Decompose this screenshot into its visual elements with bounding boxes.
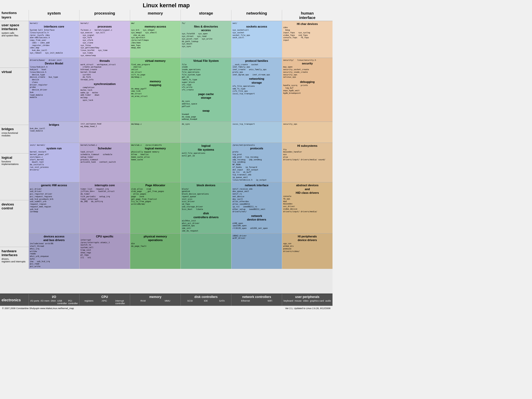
cell-userspace-storage: fs/ files & directoriesaccess sys_fstat6…	[181, 21, 231, 58]
col-header-processing: processing	[79, 10, 130, 21]
elec-cell-io: I/O I/O ports I/O mem DMA USBcontroller …	[29, 294, 79, 306]
elec-cell-network: network controllers Ethernet WiFi	[231, 294, 282, 306]
elec-mmu: MMU	[165, 300, 170, 302]
elec-video: video	[303, 300, 309, 302]
elec-audio: audio	[325, 300, 331, 302]
cell-logical-system: init/ kernel/ system run kernel_restart …	[29, 143, 79, 182]
row-hardware: devices accessand bus drivers include/as…	[29, 233, 332, 269]
elec-wifi: WiFi	[268, 300, 272, 302]
cols-area: kernel/ interfaces core System Call Inte…	[29, 21, 332, 294]
elec-interrupt-controller: interruptcontroller	[115, 300, 125, 305]
cell-bridges-hi: security_ops	[282, 122, 332, 143]
footer-version: Ver 2.1, Updated to Linux 2.6.26, 9/12/2…	[285, 307, 330, 310]
col-header-system: system	[29, 10, 79, 21]
elec-registers: registers	[84, 300, 94, 305]
cell-hardware-memory: physical memoryoperations die do_page_fa…	[130, 234, 181, 269]
elec-mouse: mouse	[295, 300, 302, 302]
col-header-networking: networking	[231, 10, 282, 21]
layer-virtual: virtual	[0, 68, 29, 125]
layer-devices: devicescontrol	[0, 200, 29, 247]
cell-bridges-system: bridges kvm_dev_ioctl load_module	[29, 122, 79, 143]
electronics-label: electronics	[0, 294, 29, 306]
cell-virtual-memory: virtual memory find_vma_prepare vmalloc …	[130, 58, 181, 122]
main-container: Linux kernel map functionslayers system …	[0, 0, 332, 311]
cell-devices-memory: Page Allocator slob_alloc slab slob_page…	[130, 182, 181, 233]
row-virtual: drivers/base/ driver_init Device Model l…	[29, 58, 332, 122]
elec-io-mem: I/O mem	[41, 300, 50, 305]
elec-dma: DMA	[51, 300, 56, 305]
cell-devices-networking: network interface netif_receive_skb dev_…	[231, 182, 282, 233]
cell-devices-processing: interrupts core timer_list request_irq j…	[79, 182, 130, 233]
elec-graphics-card: graphics card	[310, 300, 324, 302]
cell-userspace-hi: HI char devices cdev kmsg input_fops sys…	[282, 21, 332, 58]
cell-userspace-memory: mm/ memory access sys_brk sys_shmget sys…	[130, 21, 181, 58]
elec-sata: SATA	[219, 300, 225, 302]
cell-hardware-networking: i8042_driver ac97_driver	[231, 234, 282, 269]
page-title: Linux kernel map	[0, 0, 332, 10]
header-layers-label: functionslayers	[0, 10, 29, 21]
col-header-memory: memory	[130, 10, 181, 21]
row-userspace: kernel/ interfaces core System Call Inte…	[29, 21, 332, 58]
row-logical: init/ kernel/ system run kernel_restart …	[29, 143, 332, 182]
cell-bridges-memory: mm/mmap.c	[130, 122, 181, 143]
cell-userspace-networking: net/ sockets access sys_socketcall sys_s…	[231, 21, 282, 58]
cell-logical-storage: logicalfile systems ext3_file_operations…	[181, 143, 231, 182]
row-devices: generic HW access pci_driver usb_driver …	[29, 182, 332, 233]
elec-cell-userperipherals: user peripherals keyboard mouse video gr…	[282, 294, 332, 306]
elec-io-ports: I/O ports	[30, 300, 39, 305]
cell-logical-memory: mm/slab.c /proc/slabinfo logical memory …	[130, 143, 181, 182]
cell-virtual-processing: threads work_struct workqueue_struct cre…	[79, 58, 130, 122]
row-electronics: electronics I/O I/O ports I/O mem DMA US…	[0, 294, 332, 306]
cell-virtual-hi: security/ linux/security.h security may_…	[282, 58, 332, 122]
elec-ide: IDE	[204, 300, 208, 302]
cell-logical-hi: HI subsystems tty mousedev_handler oss a…	[282, 143, 332, 182]
content-area: user spaceinterfaces system callsand sys…	[0, 21, 332, 294]
elec-scsi: SCSI	[187, 300, 193, 302]
row-bridges: bridges kvm_dev_ioctl load_module init_w…	[29, 122, 332, 143]
cell-devices-storage: block devices block/ gendisk block_devic…	[181, 182, 231, 233]
cell-virtual-storage: Virtual File System file inode inode_ope…	[181, 58, 231, 122]
footer: © 2007,2008 Constantine Shulyupin www.Ma…	[0, 306, 332, 311]
elec-cell-memory: memory RAM MMU	[130, 294, 181, 306]
elec-ram: RAM	[141, 300, 146, 302]
cell-hardware-storage	[181, 234, 231, 269]
cell-userspace-processing: kernel/ processes fs/exec.c kernel/signa…	[79, 21, 130, 58]
elec-cell-cpu: CPU registers APIC interruptcontroller	[79, 294, 130, 306]
cell-logical-processing: kernel/sched.c Scheduler task_struct sch…	[79, 143, 130, 182]
col-header-storage: storage	[181, 10, 231, 21]
elec-apic: APIC	[102, 300, 107, 305]
elec-pci: PCIcontroller	[68, 300, 78, 305]
cell-virtual-system: drivers/base/ driver_init Device Model l…	[29, 58, 79, 122]
cell-bridges-storage: do_sync	[181, 122, 231, 143]
cell-hardware-hi: HI peripheralsdevice drivers vga_con atk…	[282, 234, 332, 269]
elec-ethernet: Ethernet	[241, 300, 250, 302]
cell-virtual-networking: protocol families __sock_create socket i…	[231, 58, 282, 122]
layers-col: user spaceinterfaces system callsand sys…	[0, 21, 29, 294]
cell-hardware-system: devices accessand bus drivers include/as…	[29, 234, 79, 269]
cell-devices-hi: abstract devicesandHID class drivers con…	[282, 182, 332, 233]
elec-keyboard: keyboard	[284, 300, 293, 302]
cell-bridges-processing: init_waitqueue_head wq_dump_head_t	[79, 122, 130, 143]
footer-copyright: © 2007,2008 Constantine Shulyupin www.Ma…	[2, 307, 74, 310]
cell-userspace-system: kernel/ interfaces core System Call Inte…	[29, 21, 79, 58]
elec-cell-disk: disk controllers SCSI IDE SATA	[181, 294, 231, 306]
layer-bridges: bridges cross-functional modules	[0, 125, 29, 153]
elec-usb: USBcontroller	[57, 300, 67, 305]
layer-userspace: user spaceinterfaces system callsand sys…	[0, 21, 29, 68]
cell-bridges-networking: iscsi_tcp_transport	[231, 122, 282, 143]
layer-logical: logical functions implementations	[0, 153, 29, 200]
col-header-hi: humaninterface	[282, 10, 332, 21]
cell-logical-networking: /proc/net/protocols protocols proto tcp_…	[231, 143, 282, 182]
header-row: functionslayers system processing memory…	[0, 10, 332, 21]
cell-hardware-processing: CPU specific interrupt /proc/interrupts …	[79, 234, 130, 269]
cell-devices-system: generic HW access pci_driver usb_driver …	[29, 182, 79, 233]
layer-hardware: hardwareinterfaces drivers,registers and…	[0, 247, 29, 294]
